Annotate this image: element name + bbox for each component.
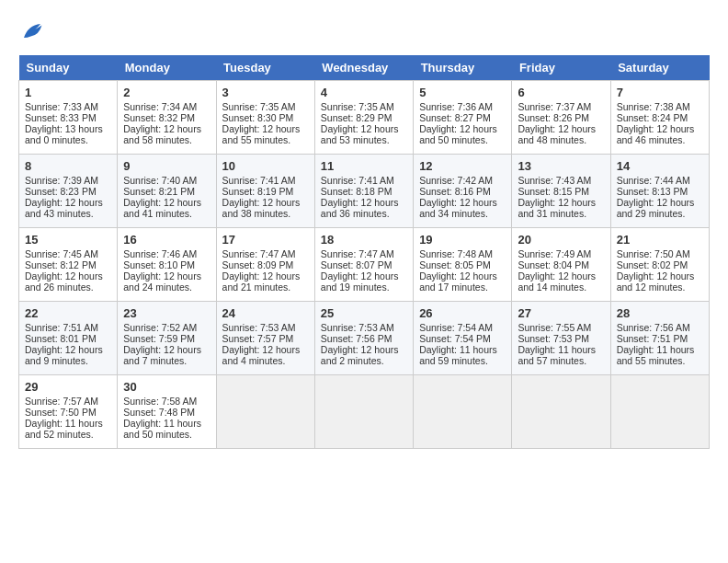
day-cell-15: 15Sunrise: 7:45 AMSunset: 8:12 PMDayligh…: [19, 228, 118, 302]
day-cell-17: 17Sunrise: 7:47 AMSunset: 8:09 PMDayligh…: [216, 228, 314, 302]
calendar-table: Sunday Monday Tuesday Wednesday Thursday…: [18, 55, 710, 449]
empty-cell: [414, 375, 512, 449]
day-cell-4: 4Sunrise: 7:35 AMSunset: 8:29 PMDaylight…: [314, 81, 413, 155]
header-wednesday: Wednesday: [314, 55, 413, 81]
day-cell-19: 19Sunrise: 7:48 AMSunset: 8:05 PMDayligh…: [414, 228, 512, 302]
empty-cell: [216, 375, 314, 449]
day-cell-25: 25Sunrise: 7:53 AMSunset: 7:56 PMDayligh…: [314, 302, 413, 375]
day-cell-16: 16Sunrise: 7:46 AMSunset: 8:10 PMDayligh…: [118, 228, 216, 302]
day-cell-2: 2Sunrise: 7:34 AMSunset: 8:32 PMDaylight…: [118, 81, 216, 155]
day-cell-29: 29Sunrise: 7:57 AMSunset: 7:50 PMDayligh…: [19, 375, 118, 449]
day-cell-13: 13Sunrise: 7:43 AMSunset: 8:15 PMDayligh…: [512, 155, 610, 228]
header-saturday: Saturday: [610, 55, 709, 81]
day-cell-20: 20Sunrise: 7:49 AMSunset: 8:04 PMDayligh…: [512, 228, 610, 302]
page-header: [18, 18, 710, 46]
day-cell-9: 9Sunrise: 7:40 AMSunset: 8:21 PMDaylight…: [118, 155, 216, 228]
day-cell-27: 27Sunrise: 7:55 AMSunset: 7:53 PMDayligh…: [512, 302, 610, 375]
empty-cell: [314, 375, 413, 449]
day-cell-26: 26Sunrise: 7:54 AMSunset: 7:54 PMDayligh…: [414, 302, 512, 375]
day-cell-7: 7Sunrise: 7:38 AMSunset: 8:24 PMDaylight…: [610, 81, 709, 155]
empty-cell: [512, 375, 610, 449]
day-cell-10: 10Sunrise: 7:41 AMSunset: 8:19 PMDayligh…: [216, 155, 314, 228]
day-cell-28: 28Sunrise: 7:56 AMSunset: 7:51 PMDayligh…: [610, 302, 709, 375]
day-cell-18: 18Sunrise: 7:47 AMSunset: 8:07 PMDayligh…: [314, 228, 413, 302]
calendar-week-row: 22Sunrise: 7:51 AMSunset: 8:01 PMDayligh…: [19, 302, 710, 375]
day-cell-23: 23Sunrise: 7:52 AMSunset: 7:59 PMDayligh…: [118, 302, 216, 375]
day-cell-6: 6Sunrise: 7:37 AMSunset: 8:26 PMDaylight…: [512, 81, 610, 155]
calendar-week-row: 1Sunrise: 7:33 AMSunset: 8:33 PMDaylight…: [19, 81, 710, 155]
header-monday: Monday: [118, 55, 216, 81]
header-tuesday: Tuesday: [216, 55, 314, 81]
day-cell-1: 1Sunrise: 7:33 AMSunset: 8:33 PMDaylight…: [19, 81, 118, 155]
calendar-week-row: 29Sunrise: 7:57 AMSunset: 7:50 PMDayligh…: [19, 375, 710, 449]
day-cell-8: 8Sunrise: 7:39 AMSunset: 8:23 PMDaylight…: [19, 155, 118, 228]
empty-cell: [610, 375, 709, 449]
day-cell-22: 22Sunrise: 7:51 AMSunset: 8:01 PMDayligh…: [19, 302, 118, 375]
day-cell-24: 24Sunrise: 7:53 AMSunset: 7:57 PMDayligh…: [216, 302, 314, 375]
logo-icon: [18, 18, 46, 46]
day-cell-5: 5Sunrise: 7:36 AMSunset: 8:27 PMDaylight…: [414, 81, 512, 155]
weekday-header-row: Sunday Monday Tuesday Wednesday Thursday…: [19, 55, 710, 81]
logo: [18, 18, 51, 46]
header-friday: Friday: [512, 55, 610, 81]
day-cell-14: 14Sunrise: 7:44 AMSunset: 8:13 PMDayligh…: [610, 155, 709, 228]
day-cell-12: 12Sunrise: 7:42 AMSunset: 8:16 PMDayligh…: [414, 155, 512, 228]
header-thursday: Thursday: [414, 55, 512, 81]
day-cell-21: 21Sunrise: 7:50 AMSunset: 8:02 PMDayligh…: [610, 228, 709, 302]
calendar-week-row: 8Sunrise: 7:39 AMSunset: 8:23 PMDaylight…: [19, 155, 710, 228]
day-cell-11: 11Sunrise: 7:41 AMSunset: 8:18 PMDayligh…: [314, 155, 413, 228]
day-cell-3: 3Sunrise: 7:35 AMSunset: 8:30 PMDaylight…: [216, 81, 314, 155]
header-sunday: Sunday: [19, 55, 118, 81]
calendar-week-row: 15Sunrise: 7:45 AMSunset: 8:12 PMDayligh…: [19, 228, 710, 302]
day-cell-30: 30Sunrise: 7:58 AMSunset: 7:48 PMDayligh…: [118, 375, 216, 449]
